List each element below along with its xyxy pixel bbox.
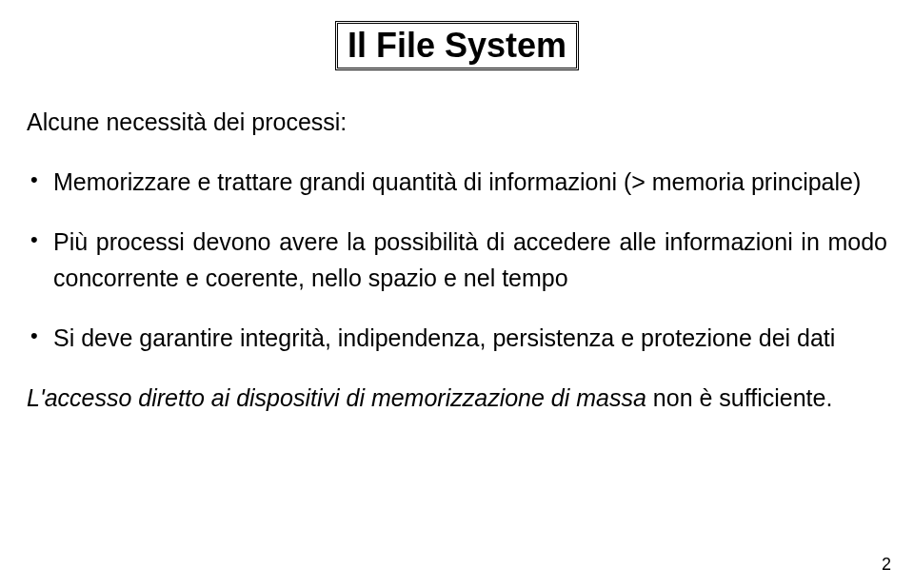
intro-text: Alcune necessità dei processi: xyxy=(27,107,887,139)
closing-text: L'accesso diretto ai dispositivi di memo… xyxy=(27,382,887,415)
list-item: Memorizzare e trattare grandi quantità d… xyxy=(53,164,887,201)
bullet-list: Memorizzare e trattare grandi quantità d… xyxy=(27,164,887,357)
closing-rest: non è sufficiente. xyxy=(646,384,833,411)
page-title: Il File System xyxy=(337,23,577,69)
list-item: Più processi devono avere la possibilità… xyxy=(53,224,887,298)
title-container: Il File System xyxy=(27,21,887,70)
closing-italic: L'accesso diretto ai dispositivi di memo… xyxy=(27,384,646,411)
list-item: Si deve garantire integrità, indipendenz… xyxy=(53,320,887,357)
page-number: 2 xyxy=(882,555,891,575)
title-outer-box: Il File System xyxy=(335,21,579,70)
